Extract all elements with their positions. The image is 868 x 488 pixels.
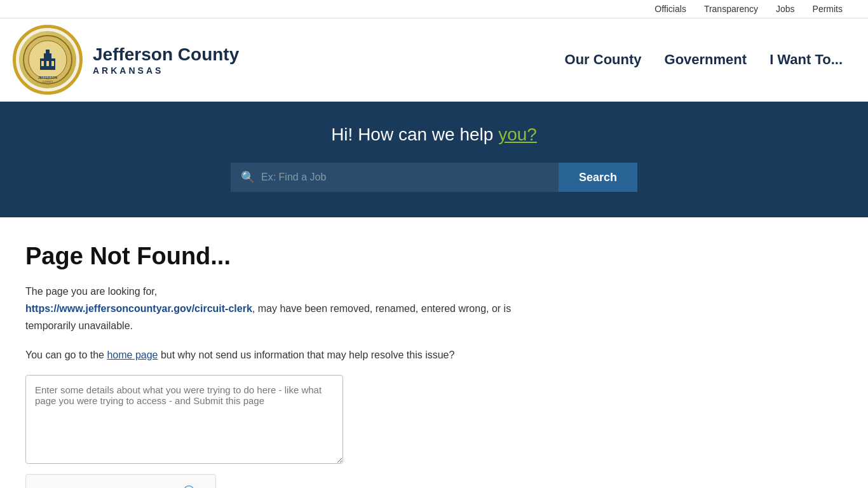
hero-banner: Hi! How can we help you? 🔍 Search	[0, 102, 868, 217]
hero-tagline: Hi! How can we help you?	[25, 125, 843, 145]
nav-our-county[interactable]: Our County	[565, 51, 642, 68]
svg-text:COUNTY: COUNTY	[43, 80, 53, 83]
site-subtitle: ARKANSAS	[93, 65, 239, 76]
site-header: JEFFERSON COUNTY Jefferson County ARKANS…	[0, 18, 868, 102]
help-paragraph: You can go to the home page but why not …	[25, 346, 546, 363]
hero-text-highlight: you?	[498, 125, 537, 144]
main-nav: Our County Government I Want To...	[565, 51, 843, 68]
not-found-paragraph1: The page you are looking for, https://ww…	[25, 283, 546, 335]
seal-graphic: JEFFERSON COUNTY	[19, 31, 76, 88]
page-title: Page Not Found...	[25, 243, 546, 270]
paragraph2-before: You can go to the	[25, 349, 107, 360]
site-logo: JEFFERSON COUNTY	[13, 25, 83, 95]
home-page-link[interactable]: home page	[107, 349, 158, 360]
search-bar: 🔍 Search	[231, 163, 637, 192]
seal-svg: JEFFERSON COUNTY	[22, 34, 73, 85]
main-content: Page Not Found... The page you are looki…	[0, 217, 572, 488]
search-input[interactable]	[261, 163, 548, 192]
svg-rect-5	[41, 61, 44, 66]
top-bar: Officials Transparency Jobs Permits	[0, 0, 868, 18]
paragraph2-after: but why not send us information that may…	[158, 349, 454, 360]
nav-government[interactable]: Government	[665, 51, 747, 68]
feedback-textarea[interactable]	[25, 375, 343, 464]
recaptcha-icon: ♾	[182, 484, 195, 488]
recaptcha-logo: ♾ reCAPTCHA	[173, 484, 205, 488]
broken-url-link[interactable]: https://www.jeffersoncountyar.gov/circui…	[25, 303, 252, 314]
svg-rect-6	[46, 61, 49, 66]
captcha-box: I'm not a robot ♾ reCAPTCHA	[25, 474, 216, 488]
search-input-wrap: 🔍	[231, 163, 559, 192]
svg-rect-7	[51, 61, 54, 66]
search-button[interactable]: Search	[559, 163, 637, 192]
search-icon: 🔍	[241, 170, 255, 184]
hero-text-before: Hi! How can we help	[331, 125, 498, 144]
svg-rect-4	[46, 50, 50, 55]
svg-text:JEFFERSON: JEFFERSON	[38, 76, 57, 79]
topnav-transparency[interactable]: Transparency	[704, 4, 758, 14]
topnav-officials[interactable]: Officials	[654, 4, 686, 14]
topnav-jobs[interactable]: Jobs	[776, 4, 795, 14]
paragraph1-before: The page you are looking for,	[25, 286, 157, 297]
nav-i-want-to[interactable]: I Want To...	[770, 51, 843, 68]
logo-area: JEFFERSON COUNTY Jefferson County ARKANS…	[13, 25, 239, 95]
logo-text: Jefferson County ARKANSAS	[93, 44, 239, 76]
site-title: Jefferson County	[93, 44, 239, 65]
topnav-permits[interactable]: Permits	[813, 4, 843, 14]
